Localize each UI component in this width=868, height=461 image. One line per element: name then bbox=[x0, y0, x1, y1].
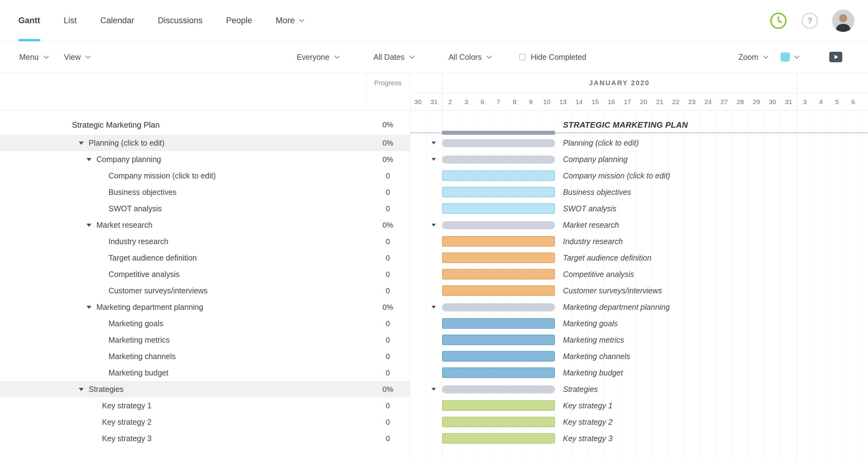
task-name[interactable]: Company mission (click to edit) bbox=[108, 171, 216, 180]
task-row: Company planning0% bbox=[0, 151, 410, 168]
hide-completed-toggle[interactable]: Hide Completed bbox=[519, 42, 586, 72]
task-name[interactable]: Industry research bbox=[108, 237, 168, 246]
tab-list[interactable]: List bbox=[64, 0, 77, 41]
menu-dropdown[interactable]: Menu bbox=[19, 53, 49, 62]
tab-people[interactable]: People bbox=[226, 0, 252, 41]
day-label: 7 bbox=[490, 93, 506, 110]
task-bar[interactable] bbox=[442, 236, 555, 246]
collapse-icon[interactable] bbox=[87, 224, 91, 227]
help-icon[interactable]: ? bbox=[802, 13, 818, 29]
task-name[interactable]: Market research bbox=[96, 221, 153, 230]
task-bar[interactable] bbox=[442, 187, 555, 197]
bar-label: SWOT analysis bbox=[563, 200, 616, 217]
task-bar[interactable] bbox=[442, 351, 555, 362]
task-bar[interactable] bbox=[442, 417, 555, 427]
collapse-icon[interactable] bbox=[87, 158, 91, 161]
task-bar[interactable] bbox=[442, 367, 555, 378]
task-name-cell: Marketing budget bbox=[0, 365, 366, 381]
day-label: 30 bbox=[765, 93, 781, 110]
all-colors-filter[interactable]: All Colors bbox=[448, 53, 492, 62]
project-bar[interactable] bbox=[442, 131, 555, 135]
bar-label: Competitive analysis bbox=[563, 266, 634, 283]
task-row: Marketing channels0 bbox=[0, 348, 410, 365]
task-name[interactable]: Marketing metrics bbox=[108, 335, 169, 344]
collapse-icon[interactable] bbox=[87, 306, 91, 309]
task-row: Planning (click to edit)0% bbox=[0, 135, 410, 151]
bar-label: Key strategy 2 bbox=[563, 414, 613, 430]
task-name[interactable]: Competitive analysis bbox=[108, 270, 180, 279]
task-name[interactable]: SWOT analysis bbox=[108, 204, 162, 213]
color-swatch-icon[interactable] bbox=[781, 52, 790, 62]
collapse-icon[interactable] bbox=[432, 388, 436, 391]
task-name[interactable]: Marketing channels bbox=[108, 352, 176, 361]
all-dates-filter[interactable]: All Dates bbox=[374, 53, 415, 62]
collapse-icon[interactable] bbox=[79, 141, 84, 145]
tab-label: More bbox=[276, 16, 295, 25]
task-name[interactable]: Marketing budget bbox=[108, 368, 168, 377]
task-bar[interactable] bbox=[442, 433, 555, 443]
task-name[interactable]: Key strategy 3 bbox=[102, 434, 152, 443]
everyone-filter[interactable]: Everyone bbox=[297, 53, 340, 62]
task-name[interactable]: Strategic Marketing Plan bbox=[72, 120, 160, 130]
bar-label: Key strategy 3 bbox=[563, 430, 613, 447]
collapse-icon[interactable] bbox=[432, 141, 436, 144]
tab-label: People bbox=[226, 16, 252, 25]
group-bar[interactable] bbox=[442, 139, 555, 147]
time-tracking-icon[interactable] bbox=[769, 12, 787, 30]
bar-label: Strategies bbox=[563, 381, 598, 397]
progress-header: Progress bbox=[366, 73, 410, 93]
video-tutorial-icon[interactable] bbox=[829, 52, 843, 63]
group-bar[interactable] bbox=[442, 303, 555, 311]
task-row: Customer surveys/interviews0 bbox=[0, 283, 410, 299]
collapse-icon[interactable] bbox=[79, 388, 84, 391]
view-dropdown[interactable]: View bbox=[64, 53, 91, 62]
day-label: 31 bbox=[781, 93, 797, 110]
collapse-icon[interactable] bbox=[432, 224, 436, 227]
collapse-icon[interactable] bbox=[432, 306, 436, 308]
task-name[interactable]: Company planning bbox=[96, 155, 161, 164]
group-bar[interactable] bbox=[442, 156, 555, 164]
collapse-icon[interactable] bbox=[432, 158, 436, 161]
task-name[interactable]: Strategies bbox=[89, 385, 124, 394]
task-bar[interactable] bbox=[442, 335, 555, 345]
day-label: 9 bbox=[523, 93, 539, 110]
tab-calendar[interactable]: Calendar bbox=[100, 0, 134, 41]
group-bar[interactable] bbox=[442, 386, 555, 393]
task-name[interactable]: Business objectives bbox=[108, 188, 177, 197]
day-label: 30 bbox=[410, 93, 426, 110]
task-name-cell: Marketing metrics bbox=[0, 332, 366, 348]
task-bar[interactable] bbox=[442, 269, 555, 279]
day-label: 6 bbox=[845, 93, 861, 110]
task-name[interactable]: Key strategy 2 bbox=[102, 418, 152, 427]
task-name-cell: Key strategy 1 bbox=[0, 397, 366, 414]
task-name[interactable]: Marketing goals bbox=[108, 319, 163, 328]
progress-value: 0 bbox=[366, 332, 410, 348]
task-name[interactable]: Key strategy 1 bbox=[102, 401, 152, 410]
task-bar[interactable] bbox=[442, 285, 555, 296]
task-bar[interactable] bbox=[442, 400, 555, 411]
bar-label: Company planning bbox=[563, 151, 627, 168]
task-bar[interactable] bbox=[442, 318, 555, 329]
task-name[interactable]: Target audience definition bbox=[108, 254, 197, 262]
task-bar[interactable] bbox=[442, 170, 555, 181]
progress-value: 0% bbox=[366, 299, 410, 316]
progress-value: 0 bbox=[366, 348, 410, 365]
hide-completed-checkbox[interactable] bbox=[519, 54, 526, 60]
tab-label: Discussions bbox=[158, 16, 203, 25]
bar-label: Industry research bbox=[563, 233, 623, 250]
tab-more[interactable]: More bbox=[276, 0, 305, 41]
task-row: Marketing goals0 bbox=[0, 316, 410, 332]
task-bar[interactable] bbox=[442, 203, 555, 214]
tab-gantt[interactable]: Gantt bbox=[18, 0, 40, 41]
bar-label: Market research bbox=[563, 217, 619, 233]
color-picker[interactable] bbox=[781, 52, 800, 62]
task-name[interactable]: Marketing department planning bbox=[96, 303, 204, 312]
task-bar[interactable] bbox=[442, 253, 555, 263]
zoom-dropdown[interactable]: Zoom bbox=[738, 53, 769, 62]
tab-discussions[interactable]: Discussions bbox=[158, 0, 203, 41]
task-name[interactable]: Customer surveys/interviews bbox=[108, 286, 208, 295]
avatar[interactable] bbox=[832, 10, 855, 32]
group-bar[interactable] bbox=[442, 221, 555, 229]
task-name-cell: Strategies bbox=[0, 381, 366, 397]
task-name[interactable]: Planning (click to edit) bbox=[89, 138, 165, 147]
